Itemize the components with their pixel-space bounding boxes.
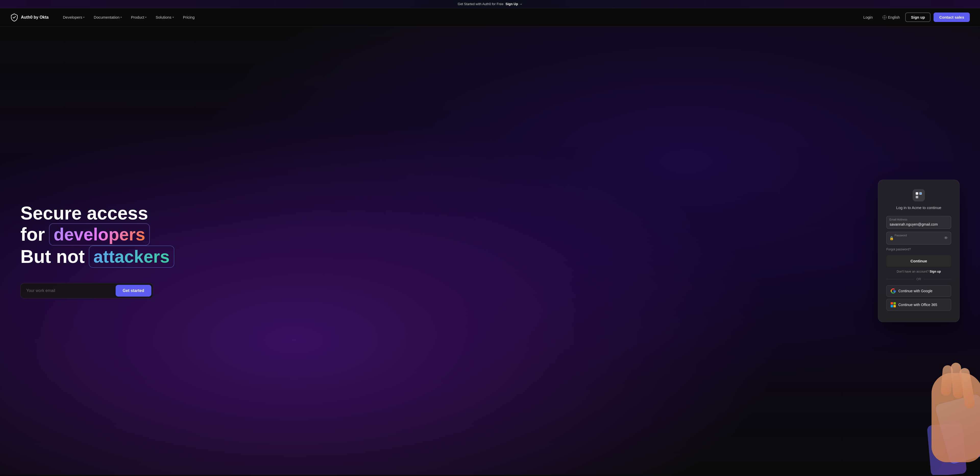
banner-cta[interactable]: Sign Up → [506,2,522,6]
chevron-down-icon: ▾ [145,16,146,19]
banner-text: Get Started with Auth0 for Free [458,2,504,6]
decorative-shapes [891,352,980,475]
top-banner: Get Started with Auth0 for Free Sign Up … [0,0,980,8]
continue-button[interactable]: Continue [886,255,951,267]
office-btn-label: Continue with Office 365 [898,303,937,307]
svg-rect-5 [894,302,896,304]
work-email-input[interactable] [22,285,116,296]
deco-card-2 [927,422,967,475]
hero-line3: But not attackers [21,245,199,268]
card-title: Log in to Acme to continue [886,205,951,210]
hero-line3-pre: But not [21,247,85,267]
hero-right: Log in to Acme to continue Email Address… [878,180,959,322]
or-divider: OR [886,277,951,281]
deco-finger-1 [959,367,976,409]
login-card: Log in to Acme to continue Email Address… [878,180,959,322]
divider-line-left [886,279,913,279]
hero-word-developers: developers [49,223,150,245]
deco-finger-3 [940,365,953,396]
sign-up-link[interactable]: Sign up [930,270,941,273]
office-icon [891,302,896,307]
show-password-icon[interactable]: 👁 [944,236,948,240]
google-icon [891,288,896,293]
svg-rect-0 [916,192,918,195]
divider-line-right [924,279,951,279]
password-field-group: 🔒 Password 👁 [886,232,951,245]
chevron-down-icon: ▾ [121,16,122,19]
hero-line2: for developers [21,223,199,245]
continue-with-office-button[interactable]: Continue with Office 365 [886,299,951,310]
hero-content: Secure access for developers But not att… [21,203,199,298]
get-started-button[interactable]: Get started [116,285,151,296]
chevron-down-icon: ▾ [83,16,84,19]
hero-line1: Secure access [21,203,199,223]
nav-item-documentation[interactable]: Documentation ▾ [89,13,126,21]
divider-text: OR [916,277,921,281]
chevron-down-icon: ▾ [172,16,174,19]
deco-card-1 [935,393,980,465]
continue-with-google-button[interactable]: Continue with Google [886,285,951,297]
login-button[interactable]: Login [859,13,877,21]
hero-word-attackers: attackers [89,245,174,268]
logo-icon [10,13,18,21]
nav-item-solutions[interactable]: Solutions ▾ [151,13,178,21]
auth0-card-icon [915,192,922,199]
contact-sales-button[interactable]: Contact sales [934,13,970,22]
svg-rect-2 [916,196,918,198]
svg-rect-4 [891,302,893,304]
nav-right: Login English Sign up Contact sales [859,13,970,22]
logo-text: Auth0 by Okta [21,15,48,20]
svg-point-3 [920,193,921,194]
nav-links: Developers ▾ Documentation ▾ Product ▾ S… [59,13,859,21]
card-logo-icon [913,189,925,201]
deco-finger-2 [950,363,964,399]
email-label: Email Address [889,218,907,221]
no-account-text: Don't have an account? Sign up [886,270,951,273]
svg-rect-6 [891,305,893,307]
lock-icon: 🔒 [889,236,894,240]
signup-button[interactable]: Sign up [905,13,931,22]
card-logo [886,189,951,201]
deco-hand [932,373,980,462]
navbar: Auth0 by Okta Developers ▾ Documentation… [0,8,980,27]
email-form: Get started [21,283,153,298]
globe-icon [883,15,886,19]
svg-rect-7 [894,305,896,307]
hero-section: Secure access for developers But not att… [0,27,980,475]
forgot-password-link[interactable]: Forgot password? [886,248,951,251]
nav-item-pricing[interactable]: Pricing [179,13,199,21]
logo[interactable]: Auth0 by Okta [10,13,48,21]
language-selector[interactable]: English [880,14,902,21]
email-field-group: Email Address [886,216,951,229]
nav-item-product[interactable]: Product ▾ [127,13,151,21]
hero-line2-pre: for [21,224,45,245]
google-btn-label: Continue with Google [898,289,932,293]
password-label: Password [894,234,907,237]
hero-title: Secure access for developers But not att… [21,203,199,268]
nav-item-developers[interactable]: Developers ▾ [59,13,89,21]
